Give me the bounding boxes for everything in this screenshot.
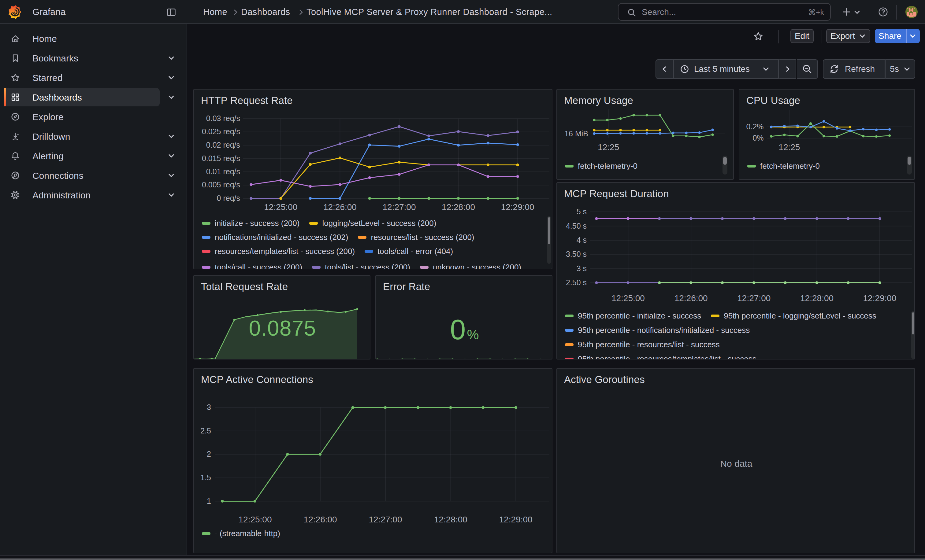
svg-text:12:29:00: 12:29:00: [863, 293, 896, 303]
svg-text:12:26:00: 12:26:00: [675, 293, 708, 303]
svg-text:2.5: 2.5: [200, 426, 211, 435]
svg-text:0 req/s: 0 req/s: [217, 194, 240, 203]
svg-text:0.02 req/s: 0.02 req/s: [206, 141, 240, 149]
svg-text:12:28:00: 12:28:00: [800, 293, 833, 303]
svg-text:12:29:00: 12:29:00: [499, 515, 533, 524]
svg-text:2.50 s: 2.50 s: [566, 278, 587, 287]
svg-text:4 s: 4 s: [577, 236, 587, 244]
svg-text:0.015 req/s: 0.015 req/s: [202, 154, 240, 163]
svg-text:12:28:00: 12:28:00: [442, 203, 475, 212]
svg-text:0.2%: 0.2%: [746, 122, 764, 131]
svg-text:3.50 s: 3.50 s: [566, 250, 587, 258]
svg-text:4.50 s: 4.50 s: [566, 222, 587, 230]
svg-text:12:25:00: 12:25:00: [612, 293, 645, 303]
svg-text:1: 1: [207, 497, 211, 505]
svg-text:12:27:00: 12:27:00: [737, 293, 771, 303]
svg-text:12:29:00: 12:29:00: [501, 203, 534, 212]
svg-text:0%: 0%: [752, 134, 764, 142]
svg-text:12:26:00: 12:26:00: [323, 203, 357, 212]
svg-text:12:27:00: 12:27:00: [383, 203, 416, 212]
svg-text:5 s: 5 s: [577, 207, 587, 216]
svg-text:0.005 req/s: 0.005 req/s: [202, 180, 240, 189]
svg-text:0.025 req/s: 0.025 req/s: [202, 127, 240, 136]
svg-text:12:25:00: 12:25:00: [264, 203, 297, 212]
svg-text:1.5: 1.5: [200, 473, 211, 482]
svg-text:12:27:00: 12:27:00: [369, 515, 402, 524]
svg-text:12:25: 12:25: [598, 143, 619, 152]
svg-text:12:25: 12:25: [779, 143, 800, 152]
svg-text:12:25:00: 12:25:00: [239, 515, 272, 524]
svg-text:3: 3: [207, 403, 211, 411]
svg-text:12:28:00: 12:28:00: [434, 515, 467, 524]
svg-text:0.03 req/s: 0.03 req/s: [206, 114, 240, 123]
svg-text:0.01 req/s: 0.01 req/s: [206, 167, 240, 176]
svg-text:3 s: 3 s: [577, 264, 587, 273]
svg-text:16 MiB: 16 MiB: [564, 129, 588, 138]
svg-text:12:26:00: 12:26:00: [304, 515, 337, 524]
svg-text:2: 2: [207, 450, 211, 458]
